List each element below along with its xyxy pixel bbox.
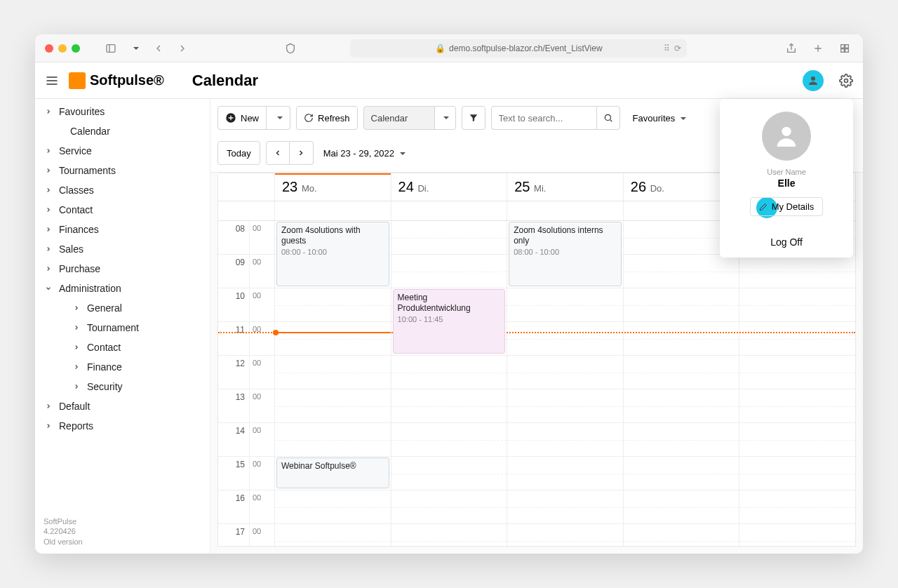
time-slot[interactable]: [739, 389, 855, 422]
time-slot[interactable]: [739, 356, 855, 389]
maximize-window[interactable]: [72, 44, 80, 53]
time-slot[interactable]: [623, 356, 739, 389]
time-slot[interactable]: Webinar Softpulse®: [274, 457, 391, 490]
sidebar-item-sales[interactable]: Sales: [35, 239, 210, 259]
day-header[interactable]: 24 Di.: [391, 173, 507, 201]
sidebar-item-general[interactable]: General: [35, 298, 210, 318]
sidebar-item-classes[interactable]: Classes: [35, 180, 210, 200]
allday-cell[interactable]: [507, 201, 623, 220]
forward-icon[interactable]: [174, 40, 191, 57]
time-slot[interactable]: [623, 423, 739, 456]
time-slot[interactable]: Zoom 4solutions with guests08:00 - 10:00: [274, 221, 391, 254]
hamburger-icon[interactable]: [43, 72, 60, 89]
today-button[interactable]: Today: [217, 141, 260, 165]
share-icon[interactable]: [783, 40, 800, 57]
settings-gear-icon[interactable]: [838, 72, 855, 89]
time-slot[interactable]: [507, 457, 623, 490]
close-window[interactable]: [45, 44, 53, 53]
sidebar-item-calendar[interactable]: Calendar: [35, 121, 210, 141]
address-bar[interactable]: 🔒 demo.softpulse-blazor.ch/Event_ListVie…: [350, 39, 687, 58]
view-select[interactable]: Calendar: [363, 106, 456, 130]
time-slot[interactable]: [391, 356, 507, 389]
search-input[interactable]: [491, 106, 596, 130]
allday-cell[interactable]: [391, 201, 507, 220]
sidebar-item-favourites[interactable]: Favourites: [35, 102, 210, 121]
prev-week-button[interactable]: [266, 141, 290, 165]
sidebar-item-administration[interactable]: Administration: [35, 279, 210, 298]
new-button[interactable]: New: [217, 106, 267, 130]
time-slot[interactable]: [274, 356, 391, 389]
minimize-window[interactable]: [58, 44, 67, 53]
tab-dropdown-icon[interactable]: [126, 40, 143, 57]
sidebar-toggle-icon[interactable]: [102, 40, 119, 57]
my-details-button[interactable]: My Details: [750, 197, 824, 216]
sidebar-item-tournaments[interactable]: Tournaments: [35, 161, 210, 180]
back-icon[interactable]: [150, 40, 167, 57]
time-slot[interactable]: [507, 389, 623, 422]
shield-icon[interactable]: [282, 40, 299, 57]
time-slot[interactable]: [507, 524, 623, 547]
time-slot[interactable]: Zoom 4solutions interns only08:00 - 10:0…: [507, 221, 623, 254]
time-slot[interactable]: Meeting Produktentwicklung10:00 - 11:45: [391, 288, 507, 321]
time-slot[interactable]: [391, 490, 507, 523]
time-slot[interactable]: [507, 356, 623, 389]
sidebar-item-default[interactable]: Default: [35, 396, 210, 416]
time-slot[interactable]: [274, 322, 391, 355]
reload-icon[interactable]: ⟳: [674, 44, 681, 53]
time-slot[interactable]: [274, 423, 391, 456]
time-slot[interactable]: [623, 255, 739, 288]
date-range-picker[interactable]: Mai 23 - 29, 2022: [319, 148, 410, 159]
new-tab-icon[interactable]: [810, 40, 826, 57]
time-slot[interactable]: [623, 389, 739, 422]
time-slot[interactable]: [274, 389, 391, 422]
time-slot[interactable]: [623, 457, 739, 490]
sidebar-item-service[interactable]: Service: [35, 141, 210, 161]
sidebar-item-contact[interactable]: Contact: [35, 200, 210, 220]
time-slot[interactable]: [391, 389, 507, 422]
time-slot[interactable]: [739, 457, 855, 490]
user-avatar-button[interactable]: [803, 70, 824, 91]
sidebar-item-reports[interactable]: Reports: [35, 416, 210, 436]
day-header[interactable]: 23 Mo.: [274, 173, 391, 201]
time-slot[interactable]: [739, 423, 855, 456]
tabs-grid-icon[interactable]: [836, 40, 853, 57]
search-button[interactable]: [596, 106, 620, 130]
time-slot[interactable]: [391, 423, 507, 456]
footer-oldversion[interactable]: Old version: [43, 537, 201, 547]
time-slot[interactable]: [391, 457, 507, 490]
brand-logo[interactable]: Softpulse®: [69, 72, 164, 89]
time-slot[interactable]: [274, 288, 391, 321]
next-week-button[interactable]: [290, 141, 314, 165]
sidebar-item-tournament[interactable]: Tournament: [35, 318, 210, 338]
time-slot[interactable]: [739, 490, 855, 523]
time-slot[interactable]: [507, 490, 623, 523]
calendar-event[interactable]: Meeting Produktentwicklung10:00 - 11:45: [393, 289, 506, 354]
sidebar-item-finance[interactable]: Finance: [35, 357, 210, 377]
time-slot[interactable]: [623, 524, 739, 547]
time-slot[interactable]: [274, 490, 391, 523]
sidebar-item-security[interactable]: Security: [35, 377, 210, 396]
time-slot[interactable]: [507, 288, 623, 321]
time-slot[interactable]: [274, 524, 391, 547]
filter-button[interactable]: [462, 106, 485, 130]
sidebar-item-contact[interactable]: Contact: [35, 338, 210, 357]
calendar-event[interactable]: Zoom 4solutions interns only08:00 - 10:0…: [509, 222, 622, 286]
logoff-button[interactable]: Log Off: [728, 229, 845, 250]
calendar-event[interactable]: Webinar Softpulse®: [276, 457, 389, 488]
time-slot[interactable]: [623, 490, 739, 523]
allday-cell[interactable]: [274, 201, 391, 220]
favourites-dropdown[interactable]: Favourites: [626, 106, 694, 130]
time-slot[interactable]: [391, 255, 507, 288]
time-slot[interactable]: [507, 423, 623, 456]
refresh-button[interactable]: Refresh: [296, 106, 358, 130]
time-slot[interactable]: [507, 322, 623, 355]
time-slot[interactable]: [739, 288, 855, 321]
sidebar-item-finances[interactable]: Finances: [35, 220, 210, 239]
time-slot[interactable]: [739, 524, 855, 547]
new-dropdown[interactable]: [267, 106, 290, 130]
day-header[interactable]: 25 Mi.: [507, 173, 623, 201]
time-slot[interactable]: [739, 255, 855, 288]
time-slot[interactable]: [391, 221, 507, 254]
time-slot[interactable]: [391, 524, 507, 547]
translate-icon[interactable]: ⠿: [664, 44, 670, 53]
